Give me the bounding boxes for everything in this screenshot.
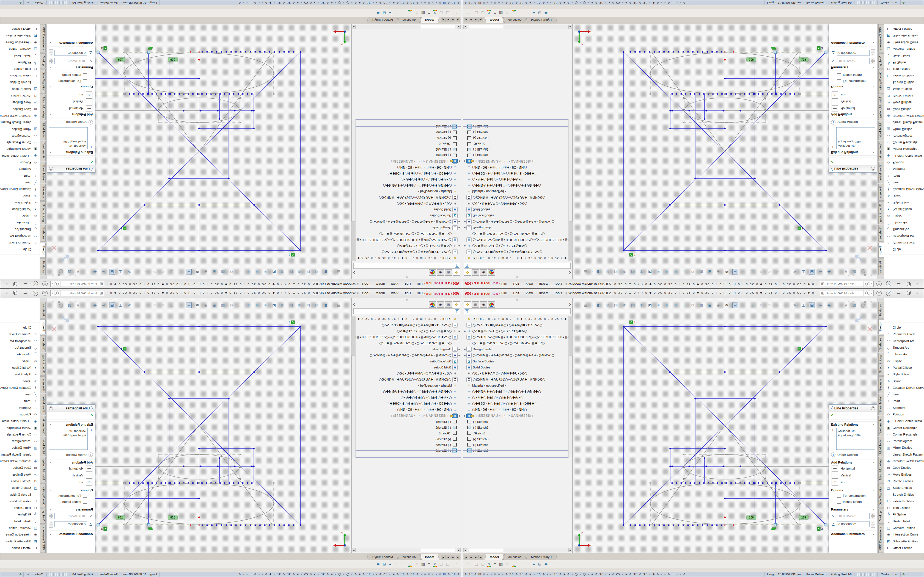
relation-marker-3[interactable]: 3	[630, 253, 635, 256]
panel-help-icon[interactable]: ?	[871, 406, 875, 410]
search-dropdown-icon[interactable]: ▼	[51, 281, 55, 287]
cm-tab-sheet-metal[interactable]: Sheet Metal	[40, 394, 46, 415]
tree-item-sensors[interactable]: ◔○Ƨ5✱◎Ƨ5ИNЗЄ5Ƨ○∘○Ƨ5ЄЗNИ5Ƨ◎✱5Ƨ○	[464, 231, 569, 237]
section-parameters[interactable]: Parameters∧	[47, 506, 95, 512]
cm-tab-weldments[interactable]: Weldments	[878, 141, 884, 161]
checkbox[interactable]	[83, 500, 87, 504]
tab-motion-study-1[interactable]: Motion Study 1	[526, 554, 557, 560]
tree-item-lights[interactable]: ✱○Ƨ5∙U✽✱AM○∘○MA✱✽U∙5Ƨ○	[355, 201, 460, 206]
add-relation-fix[interactable]: ⚓Fix	[829, 92, 877, 98]
length-spinner[interactable]: ▲▼	[871, 58, 875, 64]
help-icon[interactable]: ?	[886, 281, 891, 286]
folder-check-icon[interactable]: ⊡	[538, 562, 541, 566]
tree-item-equations[interactable]: Σ○Ƨ5ИN◎∘✚AUªЗЄ○∘○ЗЄªUA✚∘◎NИ5Ƨ○	[464, 195, 569, 201]
status-tag-icon[interactable]: ❖	[900, 572, 907, 577]
tool-sketch-fillet[interactable]: ◞Sketch Fillet	[884, 53, 924, 59]
relations-listbox[interactable]: Collinear108Equal length109	[836, 428, 875, 450]
close-button[interactable]: ×	[6, 282, 8, 286]
tool-spline[interactable]: ∿Spline	[0, 193, 40, 199]
vertical-icon[interactable]: ❘	[832, 472, 838, 479]
tool-spline[interactable]: ∿Spline	[884, 193, 924, 199]
coincident-marker[interactable]	[771, 47, 776, 50]
collapse-chevron-icon[interactable]: ∧	[50, 489, 52, 492]
tool-centerpoint-arc[interactable]: ◠Centerpoint Arc	[0, 233, 40, 239]
tool-ellipse[interactable]: ○Ellipse	[884, 213, 924, 219]
tool-line[interactable]: ╱Line	[884, 179, 924, 186]
cm-tab-mbd-dimensions[interactable]: MBD Dimensions	[40, 24, 46, 53]
menu-window[interactable]: Window	[569, 291, 580, 295]
tree-item-sketch5[interactable]: (-) Sketch5	[355, 436, 460, 442]
tree-item-top-plane[interactable]: ▱○∙◎✚○✽◉[○∘○]◉✽○✚◎∙○	[464, 395, 569, 401]
tree-item-favorites[interactable]: ★○Ƨ5ЗЄ✚∘✱◎ΛAΦ○∘○ΦAΛ◎✱∘✚ЗЄ5Ƨ○	[355, 249, 460, 255]
tool-linear-sketch-pattern[interactable]: ⠛Linear Sketch Pattern	[0, 451, 40, 458]
tree-item-history[interactable]: ▶↺○Λ✱◎✚Ƨ5∘Є○∘○Є∘5Ƨ✚◎✱Λ○	[464, 243, 569, 249]
option-infinite-length[interactable]: Infinite length	[47, 72, 95, 78]
tree-item-lights[interactable]: ✱○Ƨ5∙U✽✱AM○∘○MA✱✽U∙5Ƨ○	[355, 371, 460, 376]
tree-vertical-scrollbar[interactable]	[352, 316, 355, 458]
panel-help-icon[interactable]: ?	[871, 167, 875, 171]
minimize-button[interactable]: —	[24, 291, 27, 295]
cm-tab-mold-tools[interactable]: Mold Tools	[40, 437, 46, 456]
collapse-chevron-icon[interactable]: ∧	[50, 151, 52, 154]
cm-tab-features[interactable]: Features	[40, 302, 46, 318]
status-tag-icon[interactable]: ❖	[900, 0, 907, 5]
status-unit-system-dropdown[interactable]: Custom▲	[877, 572, 900, 577]
folder-check-icon[interactable]: ⊡	[538, 11, 541, 15]
section-additional-parameters[interactable]: Additional Parameters∨	[829, 41, 877, 47]
tree-item-front-plane[interactable]: ▱○✚ИN◎✱+○✽◉[○∘○]◉✽○+✱◎NИ✚○	[464, 182, 569, 189]
tab-scroll-right-icon[interactable]: ❯	[569, 271, 571, 275]
section-additional-parameters[interactable]: Additional Parameters∨	[47, 530, 95, 536]
tool-partial-ellipse[interactable]: ◗Partial Ellipse	[884, 206, 924, 213]
tool-point[interactable]: ▪Point	[0, 398, 40, 404]
menu-window[interactable]: Window	[344, 291, 355, 295]
tool-scale-entities[interactable]: ◰Scale Entities	[884, 484, 924, 491]
cm-tab-mbd-dimensions[interactable]: MBD Dimensions	[40, 524, 46, 553]
section-existing-relations[interactable]: Existing Relations∧	[829, 421, 877, 427]
menu-insert[interactable]: Insert	[376, 291, 385, 295]
status-unit-system-dropdown[interactable]: Custom▲	[24, 572, 47, 577]
cm-tab-surfaces[interactable]: Surfaces	[40, 335, 46, 352]
tree-vertical-scrollbar[interactable]	[569, 316, 572, 458]
tree-vertical-scrollbar[interactable]	[569, 119, 572, 261]
tool-rotate-entities[interactable]: ↻Rotate Entities	[0, 478, 40, 484]
length-spinner[interactable]: ▲▼	[871, 513, 875, 519]
section-existing-relations[interactable]: Existing Relations∧	[829, 150, 877, 156]
vertical-icon[interactable]: ❘	[86, 98, 92, 105]
expand-chevron-icon[interactable]: ∨	[50, 532, 52, 535]
help-icon[interactable]: ?	[33, 291, 38, 296]
tool-point[interactable]: ▪Point	[0, 172, 40, 179]
user-account-icon[interactable]: ☺	[42, 281, 48, 286]
tree-item-annotations[interactable]: ▶A○Ƨ5ИN◎∘✚A✚◎ИNA○∘○AИN◎✚A✚∘◎NИ5Ƨ○	[464, 352, 569, 358]
option-for-construction[interactable]: For construction	[47, 78, 95, 84]
relation-item[interactable]: Collinear108	[838, 144, 874, 148]
line-style-icon[interactable]: ≡	[428, 562, 430, 566]
tree-item-sketch4[interactable]: (-) Sketch4	[355, 129, 460, 135]
section-options[interactable]: Options∧	[47, 84, 95, 90]
search-icon[interactable]	[864, 281, 869, 287]
tab-model[interactable]: Model	[485, 554, 504, 560]
tool-move-entities[interactable]: ↗Move Entities	[0, 471, 40, 478]
cm-tab-markup[interactable]: Markup	[40, 53, 46, 68]
tool-sketch-fillet[interactable]: ◞Sketch Fillet	[884, 518, 924, 524]
toolbar-grip[interactable]: ⋮⋮	[466, 12, 472, 15]
tool-parallelogram[interactable]: ▱Parallelogram	[0, 438, 40, 444]
section-existing-relations[interactable]: Existing Relations∧	[47, 421, 95, 427]
collapse-chevron-icon[interactable]: ∧	[50, 461, 52, 464]
tab-motion-study-1[interactable]: Motion Study 1	[367, 554, 398, 560]
relation-item[interactable]: Equal length109	[50, 140, 86, 144]
tree-item-sketch5[interactable]: (-) Sketch5	[355, 135, 460, 141]
cm-tab-mold-tools[interactable]: Mold Tools	[878, 437, 884, 456]
tool-offset-entities[interactable]: ⊏Offset Entities	[884, 26, 924, 32]
tree-item-origin[interactable]: ∟○ИN∘Ɔ6∘✱◎○∘○◎✱∘6Ɔ∘NИ○	[464, 407, 569, 413]
option-for-construction[interactable]: For construction	[829, 78, 877, 84]
cm-tab-mesh-modeling[interactable]: Mesh Modeling	[878, 457, 884, 482]
hatch-icon[interactable]: ▦	[421, 11, 425, 15]
option-for-construction[interactable]: For construction	[829, 493, 877, 499]
collapse-chevron-icon[interactable]: ∧	[872, 85, 874, 89]
tree-item-solid-bodies[interactable]: ▣Solid Bodies	[355, 206, 460, 213]
tab-propertymanager[interactable]: ⊞	[445, 269, 452, 276]
tool-partial-ellipse[interactable]: ◗Partial Ellipse	[884, 364, 924, 371]
tool-convert-entities[interactable]: ▢Convert Entities	[884, 524, 924, 531]
anchor-icon[interactable]: ⚓	[86, 479, 92, 485]
tree-item-surface-bodies[interactable]: ◪Surface Bodies	[355, 358, 460, 364]
